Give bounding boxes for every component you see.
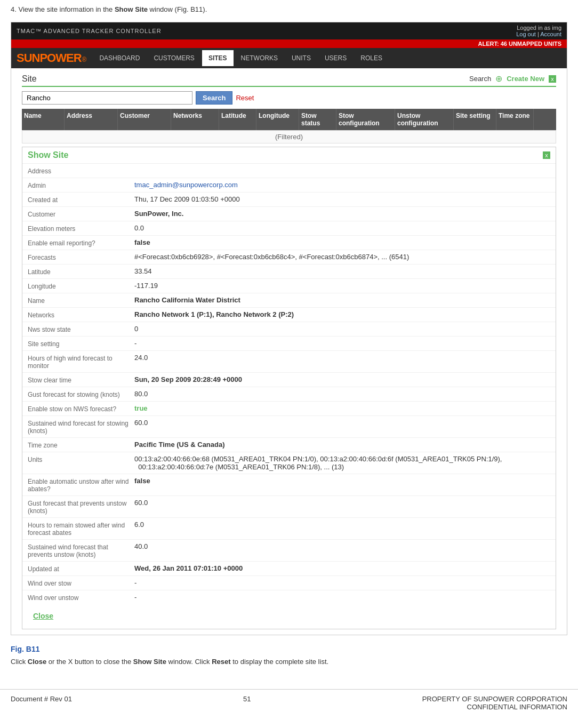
footer-right-line1: PROPERTY OF SUNPOWER CORPORATION bbox=[422, 695, 567, 703]
table-header: Name Address Customer Networks Latitude … bbox=[22, 109, 556, 130]
field-value-created-at: Thu, 17 Dec 2009 01:03:50 +0000 bbox=[134, 195, 550, 204]
nav-users[interactable]: USERS bbox=[318, 50, 353, 66]
field-value-hours-high-wind: 24.0 bbox=[134, 354, 550, 370]
field-value-networks: Rancho Network 1 (P:1), Rancho Network 2… bbox=[134, 310, 550, 319]
th-networks: Networks bbox=[171, 109, 219, 130]
logout-link[interactable]: Log out bbox=[516, 31, 536, 37]
filtered-message: (Filtered) bbox=[22, 130, 556, 143]
field-value-updated-at: Wed, 26 Jan 2011 07:01:10 +0000 bbox=[134, 564, 550, 573]
create-new-link[interactable]: Create New bbox=[507, 75, 544, 83]
top-bar: TMAC™ ADVANCED TRACKER CONTROLLER Logged… bbox=[11, 22, 567, 39]
detail-row: Updated at Wed, 26 Jan 2011 07:01:10 +00… bbox=[22, 562, 556, 576]
logo-area: SUNPOWER ® bbox=[17, 48, 93, 68]
field-value-sustained-wind-stow: 60.0 bbox=[134, 419, 550, 435]
field-label-forecasts: Forecasts bbox=[28, 253, 134, 261]
detail-row: Customer SunPower, Inc. bbox=[22, 207, 556, 221]
detail-row: Sustained wind forecast that prevents un… bbox=[22, 540, 556, 562]
nav-roles[interactable]: ROLES bbox=[354, 50, 389, 66]
account-link[interactable]: Account bbox=[540, 31, 561, 37]
close-button[interactable]: Close bbox=[28, 607, 59, 625]
field-label-site-setting: Site setting bbox=[28, 339, 134, 348]
detail-row: Wind over stow - bbox=[22, 576, 556, 590]
field-value-elevation: 0.0 bbox=[134, 224, 550, 233]
search-label: Search bbox=[469, 75, 491, 83]
field-value-timezone: Pacific Time (US & Canada) bbox=[134, 441, 550, 449]
intro-text: 4. View the site information in the Show… bbox=[11, 5, 567, 13]
field-label-customer: Customer bbox=[28, 210, 134, 218]
field-label-auto-unstow: Enable automatic unstow after wind abate… bbox=[28, 477, 134, 493]
field-value-address bbox=[134, 166, 550, 175]
show-site-header: Show Site x bbox=[22, 147, 556, 164]
reset-link[interactable]: Reset bbox=[236, 94, 254, 102]
field-value-stow-clear-time: Sun, 20 Sep 2009 20:28:49 +0000 bbox=[134, 375, 550, 384]
footer: Document # Rev 01 51 PROPERTY OF SUNPOWE… bbox=[0, 689, 578, 716]
field-label-admin: Admin bbox=[28, 181, 134, 189]
footer-right-line2: CONFIDENTIAL INFORMATION bbox=[467, 703, 568, 711]
footer-center: 51 bbox=[243, 695, 251, 703]
logo-main: SUNPOWER bbox=[17, 51, 82, 65]
th-timezone: Time zone bbox=[496, 109, 534, 130]
field-label-wind-over-unstow: Wind over unstow bbox=[28, 593, 134, 602]
field-value-enable-stow-nws: true bbox=[134, 404, 550, 413]
alert-bar: ALERT: 46 UNMAPPED UNITS bbox=[11, 39, 567, 48]
nav-row: SUNPOWER ® DASHBOARD CUSTOMERS SITES NET… bbox=[11, 48, 567, 68]
field-label-address: Address bbox=[28, 166, 134, 175]
section-header: Site Search ⊕ Create New x bbox=[22, 74, 556, 87]
detail-row: Time zone Pacific Time (US & Canada) bbox=[22, 438, 556, 452]
nav-networks[interactable]: NETWORKS bbox=[235, 50, 284, 66]
detail-row: Nws stow state 0 bbox=[22, 322, 556, 337]
detail-row: Networks Rancho Network 1 (P:1), Rancho … bbox=[22, 308, 556, 322]
app-frame: TMAC™ ADVANCED TRACKER CONTROLLER Logged… bbox=[11, 22, 567, 635]
footer-left: Document # Rev 01 bbox=[11, 695, 72, 703]
field-label-gust-stow: Gust forecast for stowing (knots) bbox=[28, 390, 134, 398]
nav-sites[interactable]: SITES bbox=[202, 50, 234, 66]
detail-fields: Address Admin tmac_admin@sunpowercorp.co… bbox=[22, 164, 556, 604]
field-label-hours-stowed: Hours to remain stowed after wind foreca… bbox=[28, 521, 134, 537]
th-customer: Customer bbox=[118, 109, 171, 130]
show-site-close-x[interactable]: x bbox=[543, 151, 550, 159]
section-title: Site bbox=[22, 74, 37, 84]
close-section-x[interactable]: x bbox=[549, 75, 556, 83]
th-name: Name bbox=[22, 109, 65, 130]
show-site-title: Show Site bbox=[28, 150, 68, 160]
field-value-longitude: -117.19 bbox=[134, 282, 550, 290]
field-label-sustained-unstow: Sustained wind forecast that prevents un… bbox=[28, 542, 134, 558]
field-value-email-reporting: false bbox=[134, 238, 550, 247]
field-label-created-at: Created at bbox=[28, 195, 134, 204]
search-button[interactable]: Search bbox=[196, 91, 232, 105]
field-value-forecasts: #<Forecast:0xb6cb6928>, #<Forecast:0xb6c… bbox=[134, 253, 550, 261]
detail-row: Address bbox=[22, 164, 556, 178]
detail-row: Enable email reporting? false bbox=[22, 236, 556, 250]
field-value-auto-unstow: false bbox=[134, 477, 550, 493]
field-label-networks: Networks bbox=[28, 310, 134, 319]
field-label-stow-clear-time: Stow clear time bbox=[28, 375, 134, 384]
field-value-nws-stow-state: 0 bbox=[134, 325, 550, 333]
detail-row: Latitude 33.54 bbox=[22, 265, 556, 279]
th-latitude: Latitude bbox=[219, 109, 256, 130]
section-actions: Search ⊕ Create New x bbox=[469, 74, 556, 84]
field-label-units: Units bbox=[28, 455, 134, 471]
search-row: Search Reset bbox=[22, 91, 556, 105]
th-stow-config: Stow configuration bbox=[336, 109, 395, 130]
field-value-customer: SunPower, Inc. bbox=[134, 210, 550, 218]
logged-in-text: Logged in as img bbox=[517, 25, 561, 31]
detail-row: Site setting - bbox=[22, 337, 556, 351]
field-label-timezone: Time zone bbox=[28, 441, 134, 449]
search-input[interactable] bbox=[22, 91, 192, 105]
field-label-longitude: Longitude bbox=[28, 282, 134, 290]
top-bar-right: Logged in as img Log out | Account bbox=[516, 25, 561, 37]
nav-dashboard[interactable]: DASHBOARD bbox=[93, 50, 146, 66]
field-label-enable-stow-nws: Enable stow on NWS forecast? bbox=[28, 404, 134, 413]
app-title: TMAC™ ADVANCED TRACKER CONTROLLER bbox=[17, 28, 162, 34]
field-label-nws-stow-state: Nws stow state bbox=[28, 325, 134, 333]
detail-row: Sustained wind forecast for stowing (kno… bbox=[22, 416, 556, 438]
th-site-setting: Site setting bbox=[454, 109, 496, 130]
th-longitude: Longitude bbox=[256, 109, 299, 130]
nav-units[interactable]: UNITS bbox=[285, 50, 317, 66]
field-value-hours-stowed: 6.0 bbox=[134, 521, 550, 537]
main-content: Site Search ⊕ Create New x Search Reset … bbox=[11, 68, 567, 635]
field-label-wind-over-stow: Wind over stow bbox=[28, 579, 134, 587]
show-site-panel: Show Site x Address Admin tmac_admin@sun… bbox=[22, 147, 556, 629]
nav-customers[interactable]: CUSTOMERS bbox=[147, 50, 200, 66]
field-value-sustained-unstow: 40.0 bbox=[134, 542, 550, 558]
